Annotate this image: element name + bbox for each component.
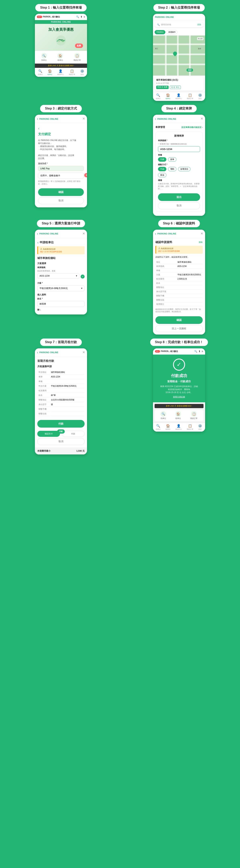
warning-bar-6: ⚠ 為保護您的信資請計 11:26 內完成申請流程 [155,246,203,254]
total-bar-7: 本期費用最小 1,590 元 [35,447,87,455]
s2-tab-rent[interactable]: 🏠 租車位 [166,93,171,100]
chip-filter[interactable]: 篩選條件 [167,30,177,34]
name-label-5: 姓名 * [37,298,85,300]
back-icon-3[interactable]: ‹ [38,126,39,130]
s2-tab-member-icon: 👤 [177,93,181,97]
step-7-phone: ‹ PARKING ONLINE ✕ 首期月租付款 月租服務申請 申請地址 城市… [35,348,87,455]
submit-btn-4[interactable]: 送出 [158,193,200,201]
field-plan-label: 方案 [155,273,177,277]
tab-orders[interactable]: 📋 我的訂單 [69,69,75,75]
app-name-8: PARKIN...省大數位 [161,350,178,353]
annotation-pay: 付款 [57,429,65,434]
close-btn-5[interactable]: ✕ [82,231,85,236]
banner-title: 加入會員享優惠 [38,27,84,32]
s8-find-label: 找車位 [160,417,166,420]
s2-tab-orders[interactable]: 📋 我的訂單 [187,93,193,100]
tab-settings[interactable]: ⚙️ 設定 [80,69,84,75]
back-btn-3[interactable]: ‹ [37,117,38,121]
back-icon-5[interactable]: ‹ [37,241,38,245]
clear-btn[interactable]: 清除 [197,23,201,26]
confirm-btn-3[interactable]: 確認 [38,188,84,196]
location-title: 城市車旅松德站 [台北] [156,79,202,82]
installment-btn-7[interactable]: 付款 [62,431,85,437]
confirm-btn-wrap-6: 確認 確認 [155,315,203,324]
back-btn-text-6[interactable]: 回上一頁圖框 [155,325,203,332]
svg-point-1 [57,40,61,42]
field-invoice-value [177,302,203,306]
step6-header: ‹ PARKING ONLINE ✕ [153,229,205,238]
nav-rent-parking[interactable]: 🏠 租車位 [57,53,63,62]
plate-mgmt-link[interactable]: 設定車牌自動付款設定 › [181,126,203,129]
plate-input[interactable]: ASS-1234 [158,146,200,152]
payment-input-card[interactable]: 信用卡、簽帳金融卡 [38,173,84,179]
s8-tab-rent[interactable]: 🏠 租車位 [166,424,171,430]
view-records-link[interactable]: 查看交易紀錄 [156,396,202,398]
s8-tab-orders[interactable]: 📋 我的訂單 [187,424,193,430]
close-btn-7[interactable]: ✕ [82,350,85,354]
tag-apply[interactable]: 申請 月 租費 [156,86,169,89]
plan-field-wrap: 方案 * 平租日夜間18-08每月2500元 ▾ 選方案 [37,282,85,291]
s2-tab-find[interactable]: 🔍 找車位 [156,93,160,100]
s2-tab-settings[interactable]: ⚙️ 設定 [198,93,202,100]
search-bar[interactable]: 🔍 搜尋目的地 清除 [155,22,204,27]
close-btn-4[interactable]: ✕ [201,117,203,121]
search-icon-8[interactable]: 🔍 [194,350,197,353]
car-type-car[interactable]: 汽車 [158,157,167,162]
s8-tab-member[interactable]: 👤 會員中心 [175,424,182,430]
cancel-btn-4[interactable]: 取消 [158,202,200,209]
confirm-pay-btn-7[interactable]: 確認支付 [37,431,60,437]
field-email-label: 聯繫信箱 [155,298,177,302]
plate-sub-title: 設定車牌自動付款設定 [181,126,202,128]
nav-find-parking[interactable]: 🔍 找車位 [41,53,47,62]
nav-my-orders[interactable]: 📋 我的訂單 [73,53,81,62]
menu-icon[interactable]: ≡ [84,16,85,18]
step8-promo-area: 新增 LINE 月 新朋友並贈購 $50~ 🔍 找車位 🏠 租車位 📋 [153,402,205,423]
s8-nav-find[interactable]: 🔍 找車位 [160,411,166,420]
search-icon[interactable]: 🔍 [76,16,79,18]
fuel-gasoline[interactable]: 汽油 [158,167,167,171]
payment-input-linepay[interactable]: LINE Pay [38,166,84,171]
s8-nav-rent[interactable]: 🏠 租車位 [175,411,181,420]
back-btn-4[interactable]: ‹ [155,117,156,121]
back-btn-5[interactable]: ‹ [37,231,38,236]
warning-text-6: 為保護您的信資請計 11:26 內完成申請流程 [158,247,180,252]
fuel-diesel[interactable]: 柴油 [158,173,167,177]
fuel-hybrid[interactable]: 油電混合 [178,167,190,171]
plate-check-icon: ✓ [81,275,85,279]
header-icons: 🔍 ⬆ ≡ [76,16,85,18]
pay-btn-7[interactable]: 付款 [37,420,85,428]
back-btn-7[interactable]: ‹ [37,350,38,354]
share-icon-8[interactable]: ⬆ [199,350,201,353]
step6-app-name: PARKING ONLINE [157,232,176,235]
tab-find[interactable]: 🔍 找車位 [38,69,43,75]
cancel-btn-3[interactable]: 取消 [38,197,84,204]
step-4-title: Step 4：綁定車牌 [161,105,197,112]
car-type-truck[interactable]: 貨車 [168,157,176,162]
confirm-btn-6[interactable]: 確認 [155,316,203,324]
pay-field-id-value: 號 [50,403,84,407]
menu-icon-8[interactable]: ≡ [202,350,203,353]
location-tags: 申請 月 租費 租 租 車位 [156,86,202,89]
plan-select[interactable]: 平租日夜間18-08每月2500元 ▾ [37,285,85,291]
tab-member[interactable]: 👤 會員中心 [57,69,64,75]
tab-rent[interactable]: 🏠 租車位 [48,69,52,75]
share-icon[interactable]: ⬆ [81,16,82,18]
tag-rent[interactable]: 租 租 車位 [170,86,181,89]
pay-field-contact-value: 台北市大同區重州街500號 [50,398,84,402]
s2-tab-member[interactable]: 👤 會員中心 [175,93,182,100]
close-btn-6[interactable]: ✕ [201,231,203,236]
pay-field-email-value [50,412,84,416]
s8-tab-settings[interactable]: ⚙️ 設定 [198,424,202,430]
s8-tab-find[interactable]: 🔍 找車位 [156,424,160,430]
close-btn-3[interactable]: ✕ [82,117,85,121]
cancel-btn-7[interactable]: 取消 [37,438,85,445]
s2-tab-find-icon: 🔍 [156,93,160,97]
s8-nav-orders[interactable]: 📋 我的訂單 [190,411,198,420]
chip-available[interactable]: 可租車位 [155,30,166,34]
name-input-5[interactable]: 林雨孝 [37,301,85,307]
plate-select[interactable]: ASS-1234 ▾ [37,273,80,279]
pay-field-id-label: 身分證字 [38,403,50,407]
back-btn-6[interactable]: ‹ [155,231,156,236]
edit-btn-6[interactable]: 圖略 [199,241,203,244]
fuel-electric[interactable]: 電動 [168,167,176,171]
